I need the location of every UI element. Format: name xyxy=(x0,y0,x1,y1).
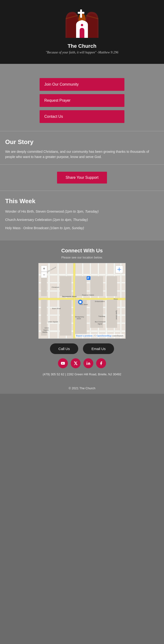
social-icons-row xyxy=(5,358,159,368)
svg-text:Union Square: Union Square xyxy=(48,321,58,323)
svg-text:Signal: Signal xyxy=(98,323,102,325)
map-zoom-controls: + − xyxy=(41,266,47,278)
svg-text:Bush Street: Bush Street xyxy=(52,308,61,309)
svg-rect-53 xyxy=(60,324,72,336)
church-tagline: "Because of your faith, it will happen" … xyxy=(5,50,159,54)
svg-text:Union: Union xyxy=(45,327,49,329)
facebook-icon[interactable] xyxy=(96,358,106,368)
x-twitter-icon[interactable] xyxy=(71,358,81,368)
email-us-button[interactable]: Email Us xyxy=(83,344,114,354)
map-svg: Pacific Avenue Sacramento Street Chinato… xyxy=(39,263,125,338)
request-prayer-button[interactable]: Request Prayer xyxy=(40,94,124,107)
svg-text:P: P xyxy=(87,276,89,280)
report-problem-link[interactable]: Report a problem xyxy=(76,334,93,337)
event-time-3: (10am to 1pm, Sunday) xyxy=(50,226,84,230)
connect-heading: Connect With Us xyxy=(5,248,159,254)
svg-text:Transbay: Transbay xyxy=(98,315,105,317)
svg-text:Bus Crossover: Bus Crossover xyxy=(95,321,106,322)
call-us-button[interactable]: Call Us xyxy=(50,344,78,354)
contact-us-button[interactable]: Contact Us xyxy=(40,110,124,123)
svg-text:Montgomery: Montgomery xyxy=(75,316,84,318)
church-logo xyxy=(63,7,101,40)
svg-rect-25 xyxy=(39,298,125,300)
svg-rect-36 xyxy=(106,284,117,296)
church-name: The Church xyxy=(5,43,159,49)
svg-text:Spear Street: Spear Street xyxy=(115,310,117,320)
zoom-out-button[interactable]: − xyxy=(41,272,47,278)
header-section: The Church "Because of your faith, it wi… xyxy=(0,0,164,64)
svg-rect-26 xyxy=(73,263,75,338)
svg-text:Square: Square xyxy=(43,329,49,331)
event-item-1: Wonder of His Birth, Steven Greenwood (1… xyxy=(5,209,159,214)
connect-subtitle: Please see our location below. xyxy=(5,256,159,259)
connect-section: Connect With Us Please see our location … xyxy=(0,240,164,383)
svg-rect-16 xyxy=(58,263,59,338)
svg-text:Embarcadero: Embarcadero xyxy=(95,300,105,302)
svg-text:Rinco: Rinco xyxy=(114,298,118,300)
support-section: Share Your Support xyxy=(0,164,164,191)
event-time-1: (1pm to 3pm, Tuesday) xyxy=(65,210,99,213)
map-attribution: Report a problem | © OpenStreetMap contr… xyxy=(75,334,124,338)
event-item-3: Holy Mass · Online Broadcast (10am to 1p… xyxy=(5,226,159,230)
footer-section: © 2021 The Church xyxy=(0,383,164,394)
footer-copyright: © 2021 The Church xyxy=(5,386,159,390)
story-text: We are deeply committed Christians, and … xyxy=(5,149,159,160)
this-week-section: This Week Wonder of His Birth, Steven Gr… xyxy=(0,191,164,240)
svg-point-3 xyxy=(81,24,83,26)
share-support-button[interactable]: Share Your Support xyxy=(57,172,107,184)
map-container: Pacific Avenue Sacramento Street Chinato… xyxy=(38,263,126,339)
this-week-heading: This Week xyxy=(5,198,159,205)
svg-point-77 xyxy=(119,269,120,270)
zoom-in-button[interactable]: + xyxy=(41,266,47,272)
svg-text:Market: Market xyxy=(42,331,47,333)
svg-text:Financial District: Financial District xyxy=(82,294,94,296)
event-title-2: Church Anniversary Celebration xyxy=(5,218,53,222)
join-community-button[interactable]: Join Our Community xyxy=(40,78,124,91)
story-heading: Our Story xyxy=(5,138,159,146)
youtube-icon[interactable] xyxy=(58,358,68,368)
svg-rect-2 xyxy=(78,12,84,14)
svg-text:Chinatown: Chinatown xyxy=(52,286,59,288)
event-time-2: (2pm to 4pm, Thursday) xyxy=(53,218,88,222)
contact-buttons-row: Call Us Email Us xyxy=(5,344,159,354)
map-attribution-sep: | © xyxy=(93,334,97,337)
map-locate-button[interactable] xyxy=(115,266,123,273)
svg-rect-24 xyxy=(120,263,122,338)
event-item-2: Church Anniversary Celebration (2pm to 4… xyxy=(5,217,159,222)
header-spacer xyxy=(0,64,164,78)
svg-text:Street: Street xyxy=(77,318,81,319)
footer-address: (479) 305 52 62 | 2282 Green Hill Road, … xyxy=(5,372,159,376)
event-title-1: Wonder of His Birth, Steven Greenwood xyxy=(5,210,65,213)
svg-point-74 xyxy=(79,301,82,303)
osm-link[interactable]: OpenStreetMap xyxy=(97,334,111,337)
svg-rect-32 xyxy=(41,284,47,296)
svg-text:Sacramento Street: Sacramento Street xyxy=(62,296,77,297)
svg-rect-33 xyxy=(60,284,72,296)
cta-buttons-section: Join Our Community Request Prayer Contac… xyxy=(0,78,164,131)
event-title-3: Holy Mass · Online Broadcast xyxy=(5,226,50,230)
linkedin-icon[interactable] xyxy=(83,358,93,368)
map-attribution-contrib: contributors xyxy=(112,334,123,337)
svg-rect-51 xyxy=(106,316,117,328)
our-story-section: Our Story We are deeply committed Christ… xyxy=(0,131,164,164)
